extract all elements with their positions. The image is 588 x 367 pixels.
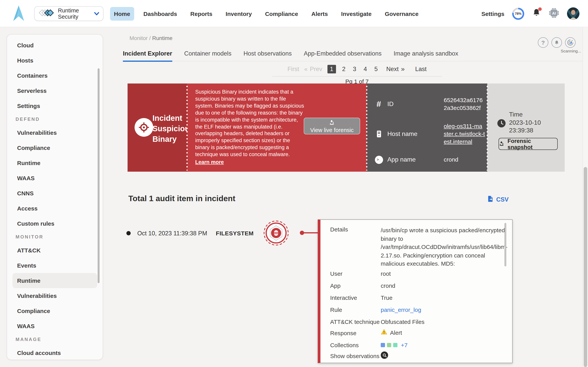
nav-item-governance[interactable]: Governance — [381, 7, 422, 20]
interactive-value: True — [381, 294, 393, 301]
main-nav: Home Dashboards Reports Inventory Compli… — [110, 6, 423, 21]
ai-assistant-icon[interactable]: AI — [549, 8, 559, 20]
response-value-row: Alert — [381, 329, 402, 336]
nav-item-investigate[interactable]: Investigate — [337, 7, 375, 20]
nav-item-dashboards[interactable]: Dashboards — [139, 7, 181, 20]
app-value: crond — [381, 282, 395, 289]
incident-time-section: Time 2023-10-10 23:39:38 Forensic snapsh… — [487, 83, 565, 172]
tab-host-observations[interactable]: Host observations — [243, 50, 292, 61]
product-switcher[interactable]: Runtime Security — [34, 6, 104, 21]
sidebar-item-settings[interactable]: Settings — [7, 98, 103, 113]
sidebar-item-events[interactable]: Events — [7, 258, 103, 273]
sidebar-item-compliance-monitor[interactable]: Compliance — [7, 303, 103, 318]
tab-container-models[interactable]: Container models — [184, 50, 231, 61]
view-live-forensic-button[interactable]: View live forensic — [304, 118, 360, 134]
sidebar-item-cnns[interactable]: CNNS — [7, 186, 103, 201]
user-label: User — [330, 270, 342, 277]
response-label: Response — [330, 330, 356, 336]
pagination-next-icon[interactable]: » — [401, 65, 405, 73]
pagination-page-4[interactable]: 4 — [363, 66, 368, 73]
dotted-divider — [486, 85, 488, 170]
csv-label: CSV — [496, 196, 509, 203]
sidebar-scrollbar[interactable] — [98, 68, 100, 283]
filesystem-event-icon[interactable] — [264, 221, 289, 245]
sidebar-item-cloud[interactable]: Cloud — [7, 38, 103, 53]
time-date: 2023-10-10 — [509, 119, 541, 127]
pagination-page-5[interactable]: 5 — [373, 66, 379, 73]
incident-host-link[interactable]: oleg-os311-master.c.twistlock-test.inter… — [444, 122, 485, 146]
dotted-divider — [186, 85, 188, 170]
page-scrollbar-track[interactable] — [583, 27, 588, 367]
forensic-snapshot-button[interactable]: Forensic snapshot — [499, 138, 558, 150]
breadcrumb-current: Runtime — [152, 35, 173, 41]
sidebar-item-serverless[interactable]: Serverless — [7, 83, 103, 98]
nav-item-compliance[interactable]: Compliance — [261, 7, 302, 20]
sidebar-item-hosts[interactable]: Hosts — [7, 53, 103, 68]
tab-app-embedded-observations[interactable]: App-Embedded observations — [304, 50, 381, 61]
sidebar-item-runtime-monitor-selected[interactable]: Runtime — [12, 273, 97, 288]
collection-chip[interactable] — [393, 343, 398, 347]
tab-image-analysis-sandbox[interactable]: Image analysis sandbox — [394, 50, 458, 61]
scanning-status-icon[interactable] — [565, 37, 576, 48]
interactive-label: Interactive — [330, 294, 357, 301]
sidebar-item-vulnerabilities[interactable]: Vulnerabilities — [7, 125, 103, 140]
microscope-icon — [329, 119, 335, 126]
sidebar-section-manage: MANAGE — [7, 334, 103, 345]
help-icon[interactable]: ? — [538, 37, 548, 48]
sidebar-item-runtime-defend[interactable]: Runtime — [7, 155, 103, 170]
nav-item-home[interactable]: Home — [110, 7, 134, 20]
breadcrumb: Monitor / Runtime — [130, 35, 173, 41]
incident-meta-section: # ID 6526432a61762a3ec053862f Host name … — [367, 83, 487, 172]
sidebar-item-cloud-accounts[interactable]: Cloud accounts — [7, 345, 103, 360]
collections-more-link[interactable]: +7 — [401, 342, 407, 348]
pagination-page-2[interactable]: 2 — [341, 66, 346, 73]
audit-heading: Total 1 audit item in incident — [128, 194, 235, 203]
show-observations-button[interactable] — [381, 351, 388, 359]
details-scrollbar[interactable] — [504, 223, 506, 267]
notifications-bell-icon[interactable] — [532, 8, 541, 19]
sidebar-section-defend: DEFEND — [7, 113, 103, 125]
nav-item-inventory[interactable]: Inventory — [222, 7, 256, 20]
audit-item-category: FILESYSTEM — [216, 230, 254, 236]
pagination-page-1-current[interactable]: 1 — [327, 65, 336, 73]
rule-label: Rule — [330, 306, 342, 313]
sidebar-item-custom-rules[interactable]: Custom rules — [7, 216, 103, 231]
brand-logo-icon[interactable] — [12, 5, 25, 24]
sidebar-item-compliance[interactable]: Compliance — [7, 140, 103, 155]
breadcrumb-parent[interactable]: Monitor — [130, 35, 147, 41]
response-value: Alert — [390, 329, 402, 336]
pagination-first[interactable]: First — [287, 66, 299, 73]
forensic-snapshot-label: Forensic snapshot — [508, 138, 557, 150]
sidebar-item-containers[interactable]: Containers — [7, 68, 103, 83]
settings-link[interactable]: Settings — [481, 10, 504, 17]
dotted-divider — [366, 85, 367, 170]
user-avatar[interactable] — [567, 7, 579, 20]
nav-item-alerts[interactable]: Alerts — [307, 7, 332, 20]
pagination-last[interactable]: Last — [415, 66, 427, 73]
topbar-right-cluster: Settings 78% AI — [481, 0, 579, 27]
usage-progress-ring[interactable]: 78% — [512, 8, 524, 20]
page-scrollbar-thumb[interactable] — [584, 167, 587, 367]
usage-percent-label: 78% — [514, 9, 523, 18]
nav-item-reports[interactable]: Reports — [186, 7, 216, 20]
alerts-bell-icon[interactable] — [552, 37, 562, 48]
pagination-prev[interactable]: Prev — [310, 66, 322, 73]
view-live-forensic-label: View live forensic — [310, 127, 354, 133]
sidebar-item-vulnerabilities-monitor[interactable]: Vulnerabilities — [7, 288, 103, 303]
pagination-next[interactable]: Next — [386, 66, 399, 73]
pagination-page-3[interactable]: 3 — [352, 66, 357, 73]
tab-incident-explorer[interactable]: Incident Explorer — [123, 50, 172, 61]
sidebar-item-waas-monitor[interactable]: WAAS — [7, 318, 103, 334]
sidebar-item-attack[interactable]: ATT&CK — [7, 243, 103, 258]
collection-chip[interactable] — [381, 343, 385, 347]
rule-link[interactable]: panic_error_log — [381, 306, 421, 313]
terminal-icon: >_ — [374, 156, 384, 164]
incident-id-value: 6526432a61762a3ec053862f — [444, 96, 485, 112]
pagination-prev-icon[interactable]: « — [304, 66, 307, 73]
sidebar-item-waas[interactable]: WAAS — [7, 170, 103, 186]
collection-chip[interactable] — [387, 343, 391, 347]
csv-export-button[interactable]: CSV — [487, 195, 509, 204]
sidebar-item-access[interactable]: Access — [7, 201, 103, 216]
incident-target-icon — [135, 118, 153, 137]
learn-more-link[interactable]: Learn more — [195, 159, 224, 166]
